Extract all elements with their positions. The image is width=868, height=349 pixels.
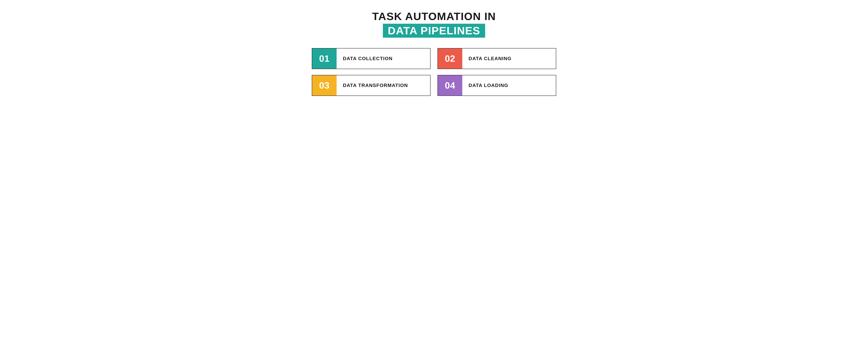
step-label: DATA CLEANING [462, 48, 556, 69]
step-card-01: 01 DATA COLLECTION [312, 48, 431, 69]
steps-grid: 01 DATA COLLECTION 02 DATA CLEANING 03 D… [312, 48, 556, 96]
step-label: DATA COLLECTION [337, 48, 430, 69]
step-number: 01 [312, 48, 337, 69]
title-line-1: TASK AUTOMATION IN [312, 10, 556, 22]
step-number: 03 [312, 75, 337, 96]
diagram-container: TASK AUTOMATION IN DATA PIPELINES 01 DAT… [312, 10, 556, 96]
step-number: 04 [438, 75, 462, 96]
step-number: 02 [438, 48, 462, 69]
step-card-04: 04 DATA LOADING [437, 75, 556, 96]
title-line-2: DATA PIPELINES [383, 24, 485, 38]
step-card-02: 02 DATA CLEANING [437, 48, 556, 69]
step-label: DATA LOADING [462, 75, 556, 96]
step-label: DATA TRANSFORMATION [337, 75, 430, 96]
step-card-03: 03 DATA TRANSFORMATION [312, 75, 431, 96]
title-block: TASK AUTOMATION IN DATA PIPELINES [312, 10, 556, 38]
